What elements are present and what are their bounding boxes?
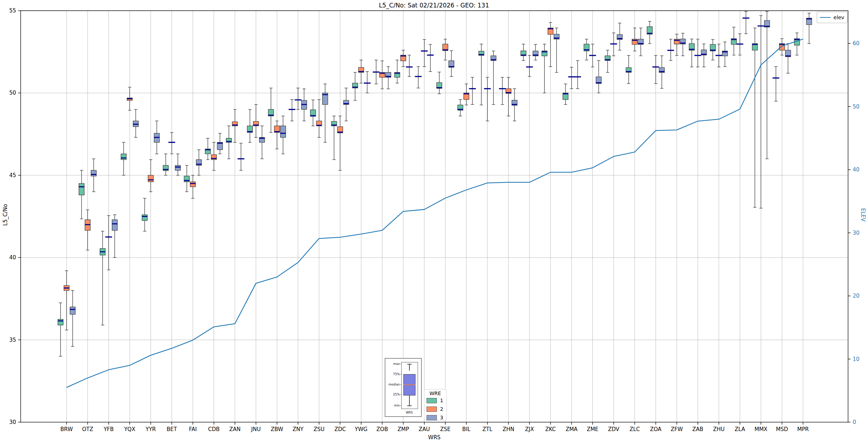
x-tick-label-FAI: FAI	[189, 426, 197, 432]
x-tick-label-ZTL: ZTL	[482, 426, 492, 432]
box-YYR-wre3	[154, 121, 160, 154]
x-tick-label-YWG: YWG	[355, 426, 368, 432]
box-CDB-wre1	[205, 138, 210, 160]
box-ZAB-wre2	[695, 39, 701, 67]
box-ZAU-wre3	[427, 44, 434, 71]
box-ZAN-wre1	[226, 126, 231, 159]
inset-xlabel: WRS	[401, 411, 417, 414]
box-ZNY-wre3	[302, 89, 307, 121]
box-ZDV-wre2	[610, 33, 617, 55]
box-YFB-wre3	[112, 215, 117, 257]
x-tick-label-MMX: MMX	[754, 426, 767, 432]
x-tick-label-ZOB: ZOB	[376, 426, 388, 432]
box-ZFW-wre1	[667, 39, 674, 60]
x-tick-label-BIL: BIL	[462, 426, 471, 432]
box-ZME-wre1	[584, 39, 589, 60]
x-tick-label-ZDC: ZDC	[334, 426, 346, 432]
right-tick-label-10: 10	[853, 356, 859, 362]
box-YQX-wre1	[121, 142, 126, 175]
box-MPR-wre1	[794, 33, 800, 55]
box-ZHN-wre2	[506, 77, 511, 116]
box-YWG-wre2	[359, 60, 364, 83]
box-OTZ-wre2	[85, 210, 90, 250]
box-ZHU-wre2	[716, 44, 722, 67]
box-BIL-wre3	[469, 77, 476, 104]
box-CDB-wre2	[211, 142, 216, 170]
x-tick-label-ZJX: ZJX	[525, 426, 534, 432]
box-ZLA-wre2	[737, 34, 743, 55]
plot-area: 3035404550550102030405060BRWOTZYFBYQXYYR…	[0, 0, 868, 441]
box-ZSU-wre3	[323, 84, 328, 142]
box-BIL-wre1	[457, 100, 463, 116]
inset-label-max: max	[386, 362, 400, 366]
elev-line-swatch	[820, 17, 831, 18]
box-ZDC-wre1	[331, 116, 337, 160]
box-CDB-wre3	[217, 133, 223, 154]
box-ZTL-wre3	[491, 51, 496, 104]
x-tick-label-ZMA: ZMA	[566, 426, 578, 432]
box-ZJX-wre3	[533, 44, 538, 60]
x-tick-label-ZHN: ZHN	[503, 426, 514, 432]
right-tick-label-50: 50	[853, 103, 859, 110]
wre-swatch-1	[427, 398, 437, 403]
box-ZKC-wre2	[548, 22, 553, 67]
box-FAI-wre1	[184, 165, 189, 192]
right-tick-label-40: 40	[853, 166, 859, 173]
x-tick-label-ZMP: ZMP	[397, 426, 409, 432]
box-MSD-wre2	[779, 39, 785, 55]
inset-median-line	[403, 384, 415, 385]
box-ZAB-wre3	[701, 44, 707, 67]
left-tick-label-35: 35	[9, 337, 16, 343]
box-ZMP-wre2	[401, 50, 406, 67]
box-ZLC-wre2	[632, 28, 637, 51]
box-ZSE-wre2	[443, 39, 448, 60]
box-ZAU-wre1	[415, 67, 422, 88]
x-tick-label-ZFW: ZFW	[671, 426, 683, 432]
x-tick-label-ZAB: ZAB	[692, 426, 704, 432]
x-tick-label-YYR: YYR	[145, 426, 156, 432]
box-ZOB-wre2	[380, 61, 385, 89]
box-BRW-wre2	[64, 271, 69, 330]
box-YQX-wre3	[133, 110, 138, 138]
box-ZSE-wre1	[436, 72, 442, 94]
box-ZLA-wre1	[731, 27, 737, 55]
box-ZOA-wre3	[659, 56, 664, 89]
elev-legend-label: elev	[833, 15, 844, 20]
y-axis-label-left: L5_C/No	[2, 188, 9, 241]
box-ZOB-wre3	[386, 67, 391, 89]
box-YQX-wre2	[127, 87, 132, 110]
box-BET-wre2	[168, 132, 175, 154]
x-tick-label-ZSU: ZSU	[314, 426, 325, 432]
inset-label-25: 25%	[386, 393, 400, 396]
box-FAI-wre3	[196, 150, 202, 175]
box-MMX-wre2	[758, 16, 764, 208]
box-ZTL-wre1	[479, 44, 484, 105]
boxplot-explainer-inset: max 75% median 25% min WRS	[385, 358, 422, 417]
box-ZOA-wre2	[652, 55, 659, 84]
box-ZMA-wre3	[574, 60, 581, 89]
box-OTZ-wre3	[91, 159, 96, 192]
box-ZTL-wre2	[484, 77, 491, 121]
x-tick-label-ZSE: ZSE	[440, 426, 450, 432]
box-ZDV-wre3	[617, 23, 622, 50]
x-tick-label-OTZ: OTZ	[82, 426, 93, 432]
box-ZMA-wre1	[563, 84, 568, 105]
box-MMX-wre1	[752, 28, 758, 207]
box-ZOA-wre1	[647, 21, 652, 43]
box-ZHU-wre1	[710, 39, 716, 60]
right-tick-label-30: 30	[853, 230, 859, 236]
box-ZDC-wre2	[338, 116, 343, 170]
left-tick-label-45: 45	[9, 172, 16, 179]
box-ZLA-wre3	[743, 11, 749, 33]
wre-swatch-3	[427, 415, 437, 420]
box-ZHU-wre3	[722, 42, 728, 67]
box-ZJX-wre2	[526, 55, 533, 76]
wre-legend-item-2: 2	[424, 405, 446, 413]
x-tick-label-YFB: YFB	[103, 426, 114, 432]
box-ZNY-wre2	[295, 88, 302, 110]
box-MSD-wre1	[773, 67, 779, 101]
box-YYR-wre1	[142, 198, 147, 232]
box-ZSE-wre3	[449, 51, 454, 76]
box-OTZ-wre1	[79, 170, 84, 219]
box-ZBW-wre1	[268, 88, 274, 133]
